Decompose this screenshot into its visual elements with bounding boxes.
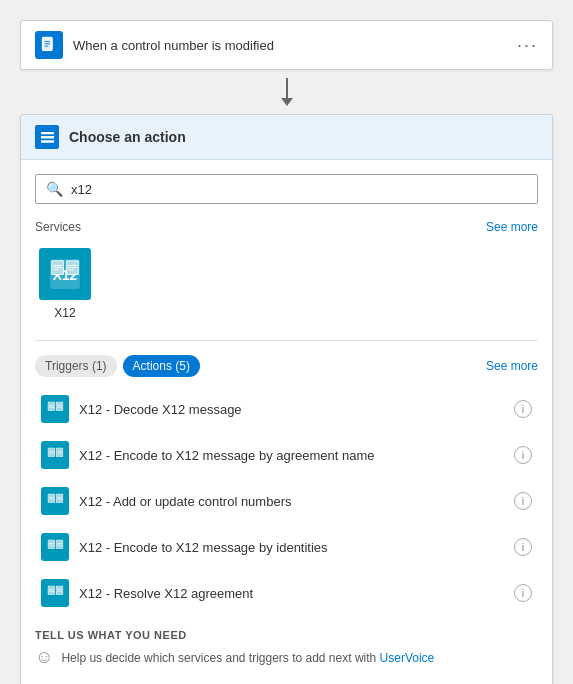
action-header-icon (35, 125, 59, 149)
action-label-encode-identities: X12 - Encode to X12 message by identitie… (79, 540, 514, 555)
x12-action-icon (46, 400, 64, 418)
x12-service-icon: X12 (39, 248, 91, 300)
action-item-resolve[interactable]: X12 - Resolve X12 agreement i (35, 571, 538, 615)
action-item-icon-control-numbers (41, 487, 69, 515)
services-see-more[interactable]: See more (486, 220, 538, 234)
tabs-left: Triggers (1) Actions (5) (35, 355, 200, 377)
action-panel-header: Choose an action (21, 115, 552, 160)
svg-rect-30 (56, 402, 62, 410)
action-item-icon-encode-agreement (41, 441, 69, 469)
action-panel: Choose an action 🔍 Services See more (20, 114, 553, 684)
trigger-left: When a control number is modified (35, 31, 274, 59)
document-icon (40, 36, 58, 54)
svg-rect-46 (56, 494, 62, 502)
action-item-control-numbers[interactable]: X12 - Add or update control numbers i (35, 479, 538, 523)
search-box[interactable]: 🔍 (35, 174, 538, 204)
svg-rect-38 (56, 448, 62, 456)
trigger-title: When a control number is modified (73, 38, 274, 53)
svg-rect-10 (40, 131, 53, 133)
ellipsis-button[interactable]: ··· (517, 36, 538, 54)
svg-rect-58 (48, 586, 54, 594)
tell-us-section: TELL US WHAT YOU NEED ☺ Help us decide w… (35, 629, 538, 668)
svg-rect-42 (48, 494, 54, 502)
action-item-icon-decode (41, 395, 69, 423)
connector-arrow (281, 70, 293, 114)
services-section-header: Services See more (35, 220, 538, 234)
svg-rect-26 (48, 402, 54, 410)
info-icon-resolve[interactable]: i (514, 584, 532, 602)
action-panel-body: 🔍 Services See more X12 (21, 160, 552, 684)
info-icon-encode-agreement[interactable]: i (514, 446, 532, 464)
x12-logo-icon: X12 (48, 257, 82, 291)
action-label-decode: X12 - Decode X12 message (79, 402, 514, 417)
action-item-decode[interactable]: X12 - Decode X12 message i (35, 387, 538, 431)
x12-action-icon-2 (46, 446, 64, 464)
trigger-icon (35, 31, 63, 59)
action-label-resolve: X12 - Resolve X12 agreement (79, 586, 514, 601)
svg-rect-11 (40, 136, 53, 138)
tab-actions[interactable]: Actions (5) (123, 355, 200, 377)
tab-triggers[interactable]: Triggers (1) (35, 355, 117, 377)
x12-action-icon-4 (46, 538, 64, 556)
tell-us-text: Help us decide which services and trigge… (61, 651, 434, 665)
uservoice-link[interactable]: UserVoice (380, 651, 435, 665)
action-item-icon-encode-identities (41, 533, 69, 561)
info-icon-control-numbers[interactable]: i (514, 492, 532, 510)
trigger-card: When a control number is modified ··· (20, 20, 553, 70)
list-icon (40, 130, 55, 145)
svg-rect-50 (48, 540, 54, 548)
services-label: Services (35, 220, 81, 234)
tell-us-static-text: Help us decide which services and trigge… (61, 651, 376, 665)
tabs-row: Triggers (1) Actions (5) See more (35, 355, 538, 377)
search-input[interactable] (71, 182, 527, 197)
x12-action-icon-5 (46, 584, 64, 602)
action-label-encode-agreement: X12 - Encode to X12 message by agreement… (79, 448, 514, 463)
tell-us-title: TELL US WHAT YOU NEED (35, 629, 538, 641)
services-row: X12 X12 (35, 244, 538, 324)
svg-rect-12 (40, 140, 53, 142)
flow-container: When a control number is modified ··· Ch… (20, 20, 553, 684)
info-icon-decode[interactable]: i (514, 400, 532, 418)
action-list: X12 - Decode X12 message i (35, 387, 538, 615)
search-icon: 🔍 (46, 181, 63, 197)
x12-action-icon-3 (46, 492, 64, 510)
actions-see-more[interactable]: See more (486, 359, 538, 373)
divider (35, 340, 538, 341)
action-panel-title: Choose an action (69, 129, 186, 145)
svg-rect-34 (48, 448, 54, 456)
action-item-encode-agreement[interactable]: X12 - Encode to X12 message by agreement… (35, 433, 538, 477)
svg-rect-62 (56, 586, 62, 594)
action-item-encode-identities[interactable]: X12 - Encode to X12 message by identitie… (35, 525, 538, 569)
action-label-control-numbers: X12 - Add or update control numbers (79, 494, 514, 509)
tell-us-row: ☺ Help us decide which services and trig… (35, 647, 538, 668)
arrow-head (281, 98, 293, 106)
info-icon-encode-identities[interactable]: i (514, 538, 532, 556)
smiley-icon: ☺ (35, 647, 53, 668)
action-item-icon-resolve (41, 579, 69, 607)
svg-rect-54 (56, 540, 62, 548)
arrow-line (286, 78, 288, 98)
service-item-x12[interactable]: X12 X12 (35, 244, 95, 324)
x12-service-label: X12 (54, 306, 75, 320)
